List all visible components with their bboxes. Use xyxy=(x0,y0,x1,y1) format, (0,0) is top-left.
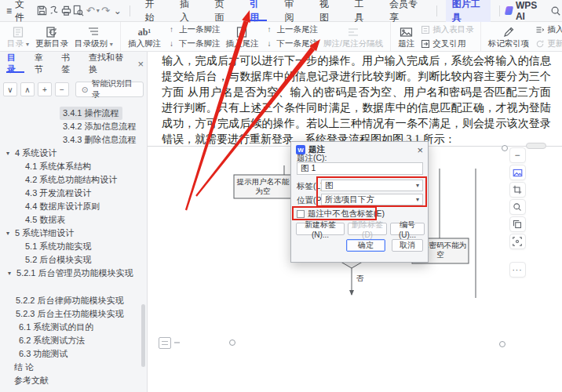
toc-item[interactable]: 6.3 功能测试 xyxy=(0,347,147,361)
sidebar-tab-contents[interactable]: 目录 xyxy=(3,52,27,75)
wps-ai-button[interactable]: WPS AI xyxy=(505,0,544,22)
footnote-separator-button[interactable]: 脚注/尾注分隔线 xyxy=(320,24,386,49)
insert-index-button[interactable]: 插入索引 xyxy=(535,24,562,35)
toc-item[interactable]: 4.4 数据库设计原则 xyxy=(0,200,147,213)
copy-button[interactable] xyxy=(509,216,526,232)
toc-item[interactable]: 4.1 系统体系结构 xyxy=(0,160,147,173)
search-icon[interactable] xyxy=(550,4,562,18)
cross-reference-button[interactable]: 交叉引用 xyxy=(420,38,474,49)
cancel-button[interactable]: 取消 xyxy=(392,239,423,252)
update-toc-icon xyxy=(46,25,58,38)
numbering-button[interactable]: 编号(U)... xyxy=(390,223,425,235)
print-icon[interactable] xyxy=(60,4,72,18)
expand-all-button[interactable]: ∨ xyxy=(3,82,17,96)
extract-text-button[interactable] xyxy=(509,234,526,249)
save-icon[interactable] xyxy=(36,4,48,18)
toc-item[interactable]: 3.4.2 添加信息流程 xyxy=(0,120,147,133)
toc-item[interactable]: 6.1 系统测试的目的 xyxy=(0,321,147,334)
collapse-toolbar-button[interactable]: − xyxy=(509,147,526,163)
svg-text:提示用户名不能: 提示用户名不能 xyxy=(236,177,290,186)
tab-view[interactable]: 视图 xyxy=(310,0,345,22)
tree-caret-icon[interactable]: ▾ xyxy=(6,150,9,157)
zoom-button[interactable] xyxy=(509,199,526,215)
tab-insert[interactable]: 插入 xyxy=(170,0,206,22)
exclude-label-checkbox[interactable]: 题注中不包含标签(E) xyxy=(297,209,385,220)
undo-icon[interactable]: ↶ xyxy=(84,4,96,18)
new-tag-button[interactable]: 新建标签(N)... xyxy=(296,223,345,235)
caption-dialog: W 题注 × 题注(C): 标签(L): 图 ▾ 位置(P): 所选项目下方 ▾… xyxy=(290,141,429,263)
ok-button[interactable]: 确定 xyxy=(346,239,385,252)
sidebar-tab-chapters[interactable]: 章节 xyxy=(31,52,55,75)
divider xyxy=(499,5,500,16)
sidebar-nav-buttons: ∨ ∧ + − ⊙ 智能识别目录 xyxy=(0,75,147,102)
tab-home[interactable]: 开始 xyxy=(135,0,170,22)
tab-references[interactable]: 引用 xyxy=(240,0,276,22)
collapse-all-button[interactable]: ∧ xyxy=(20,82,35,96)
toc-item[interactable]: 5.2 后台模块实现 xyxy=(0,253,147,267)
print-preview-icon[interactable] xyxy=(72,4,84,18)
toc-item[interactable]: 4.2 系统总功能结构设计 xyxy=(0,173,147,187)
toc-item[interactable]: ▾4 系统设计 xyxy=(0,147,147,160)
dialog-close-icon[interactable]: × xyxy=(417,145,423,155)
toc-item[interactable]: 结 论 xyxy=(0,361,147,374)
image-selection-handle[interactable] xyxy=(499,341,505,347)
caption-input[interactable] xyxy=(297,162,423,175)
sidebar-tab-find-replace[interactable]: 查找和替换 xyxy=(85,52,133,75)
toc-item[interactable]: 4.5 数据表 xyxy=(0,213,147,227)
more-options-button[interactable]: ··· xyxy=(509,262,526,278)
tag-dropdown[interactable]: 图 ▾ xyxy=(321,180,423,191)
toc-button[interactable]: 目录 ▾ xyxy=(4,24,32,49)
zoom-in-button[interactable]: + xyxy=(38,82,52,96)
prev-endnote-button[interactable]: ↑ 上一条尾注 xyxy=(264,24,318,35)
format-painter-icon[interactable] xyxy=(48,4,60,18)
tree-caret-icon[interactable]: ▾ xyxy=(8,270,11,277)
image-selection-handle[interactable] xyxy=(229,339,235,346)
insert-footnote-button[interactable]: ab¹ 插入脚注 xyxy=(125,24,164,49)
sidebar-close-icon[interactable]: × xyxy=(137,58,144,70)
insert-table-of-figures-button[interactable]: 插入表目录 xyxy=(420,24,474,35)
caption-button[interactable]: 题注 xyxy=(395,24,418,49)
next-endnote-button[interactable]: ↓ 下一条尾注 xyxy=(264,38,318,49)
tree-caret-icon[interactable]: ▾ xyxy=(6,230,9,237)
checkbox-label: 题注中不包含标签(E) xyxy=(308,209,385,220)
file-menu-button[interactable]: ≡ 文件 xyxy=(0,0,36,24)
prev-footnote-button[interactable]: ↑ 上一条脚注 xyxy=(166,24,221,35)
toc-item[interactable]: 参考文献 xyxy=(0,374,147,387)
customize-toolbar-icon[interactable]: ⌄ xyxy=(111,4,123,18)
checkbox-icon[interactable] xyxy=(297,210,305,218)
sidebar-tab-bookmarks[interactable]: 书签 xyxy=(57,52,82,75)
tab-review[interactable]: 审阅 xyxy=(275,0,310,22)
toc-item[interactable]: 4.3 开发流程设计 xyxy=(0,187,147,200)
toc-item[interactable]: 3.4.3 删除信息流程 xyxy=(0,133,147,147)
toc-item[interactable]: 5.2.3 后台主任功能模块实现 xyxy=(0,307,147,321)
toc-item[interactable]: 3.4.1 操作流程 xyxy=(0,107,147,120)
file-menu-label: 文件 xyxy=(15,0,30,24)
redo-icon[interactable]: ↷ xyxy=(100,4,111,18)
arrow-down-icon: ↓ xyxy=(264,39,274,48)
toc-item[interactable]: ▾5 系统详细设计 xyxy=(0,227,147,240)
tab-tools[interactable]: 工具 xyxy=(345,0,380,22)
toc-level-button[interactable]: 目录级别 ▾ xyxy=(71,24,116,49)
update-index-button[interactable]: 更新索引 xyxy=(535,38,562,49)
footnote-ab-icon: ab¹ xyxy=(138,25,151,38)
position-dropdown[interactable]: 所选项目下方 ▾ xyxy=(321,194,423,205)
mark-index-entry-button[interactable]: 标记索引项 xyxy=(485,24,533,49)
next-footnote-button[interactable]: ↓ 下一条脚注 xyxy=(166,38,221,49)
toc-item[interactable]: 5.1 系统功能实现 xyxy=(0,240,147,253)
smart-toc-button[interactable]: ⊙ 智能识别目录 xyxy=(75,82,144,97)
zoom-out-button[interactable]: − xyxy=(55,82,69,96)
toc-item[interactable]: 5.2.2 后台律师功能模块实现 xyxy=(0,294,147,307)
crop-button[interactable] xyxy=(509,182,526,198)
toc-item[interactable]: ▾5.2.1 后台管理员功能模块实现 xyxy=(0,267,147,280)
toc-tree: 3.4.1 操作流程 3.4.2 添加信息流程 3.4.3 删除信息流程 ▾4 … xyxy=(0,102,147,387)
delete-tag-button[interactable]: 删除标签(D) xyxy=(348,223,387,235)
sidebar-scrollbar[interactable] xyxy=(141,304,145,367)
toc-item[interactable]: 6.2 系统测试方法 xyxy=(0,334,147,347)
picture-edit-button[interactable] xyxy=(509,165,526,180)
insert-endnote-button[interactable]: 插入尾注 xyxy=(222,24,261,49)
tab-member[interactable]: 会员专享 xyxy=(380,0,431,22)
tab-page[interactable]: 页面 xyxy=(205,0,240,22)
layout-anchor-icon[interactable] xyxy=(159,337,171,349)
update-toc-button[interactable]: 更新目录 xyxy=(32,24,71,49)
arrow-down-icon: ↓ xyxy=(166,39,177,48)
